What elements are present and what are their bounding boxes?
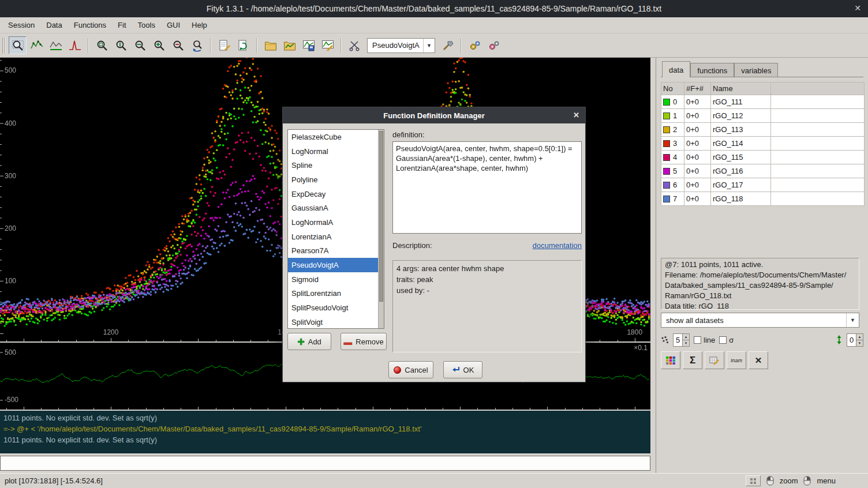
point-size-stepper[interactable]: 5 ▲▼ [673,333,690,347]
line-checkbox[interactable] [694,336,701,344]
dataset-color-swatch[interactable] [663,182,670,189]
zoom-mode-button[interactable] [9,36,27,54]
function-list-item[interactable]: SplitPseudoVoigt [288,301,378,315]
function-type-select[interactable]: PseudoVoigtA ▼ [367,38,435,53]
function-list-item[interactable]: LogNormalA [288,215,378,230]
rename-dataset-button[interactable]: Inam [727,351,746,369]
auto-add-button[interactable] [439,36,457,54]
data-range-mode-button[interactable] [28,36,46,54]
run-script-button[interactable] [466,36,484,54]
toolbar-grip[interactable] [2,37,5,54]
dataset-color-swatch[interactable] [663,168,670,175]
stepper-up-icon[interactable]: ▲ [683,334,689,340]
menu-session[interactable]: Session [2,18,40,32]
function-list-item[interactable]: Sigmoid [288,272,378,287]
function-list-item[interactable]: Spline [288,158,378,172]
col-header-name[interactable]: Name [711,82,771,95]
scrollbar-thumb[interactable] [379,131,383,302]
remove-button[interactable]: ▬ Remove [341,333,387,350]
shift-stepper[interactable]: 0 ▲▼ [847,333,863,347]
dataset-row[interactable]: 10+0rGO_112 [661,109,865,123]
dataset-color-swatch[interactable] [663,196,670,202]
function-list-scrollbar[interactable] [378,130,384,328]
function-list-item[interactable]: SplitLorentzian [288,287,378,301]
edit-data-button[interactable] [705,351,724,369]
dataset-row[interactable]: 60+0rGO_117 [661,178,865,192]
sigma-checkbox[interactable] [719,336,727,344]
dataset-color-swatch[interactable] [663,154,670,161]
dataset-row[interactable]: 40+0rGO_115 [661,151,865,164]
function-list-item[interactable]: SplitVoigt [288,315,378,329]
data-transform-button[interactable] [346,36,364,54]
function-list-item[interactable]: LorentzianA [288,230,378,244]
dataset-color-swatch[interactable] [663,112,670,119]
menu-tools[interactable]: Tools [132,18,161,32]
window-close-icon[interactable]: ✕ [854,3,861,13]
show-datasets-select[interactable]: show all datasets ▼ [661,313,859,328]
zoom-all-button[interactable] [93,36,111,54]
dataset-color-swatch[interactable] [663,99,670,106]
function-list-item[interactable]: LogNormal [288,144,378,159]
ok-button[interactable]: OK [443,361,482,378]
cancel-button[interactable]: Cancel [388,361,433,378]
menu-functions[interactable]: Functions [68,18,112,32]
delete-dataset-button[interactable]: ✕ [749,351,768,369]
statusbar: plot [1073:1818] [-15.4:524.6] zoom menu [0,473,868,488]
zoom-out-button[interactable] [169,36,187,54]
dataset-row[interactable]: 30+0rGO_114 [661,137,865,151]
function-list[interactable]: PielaszekCubeLogNormalSplinePolylineExpD… [287,129,384,329]
open-data-button[interactable] [261,36,279,54]
dataset-row[interactable]: 50+0rGO_116 [661,164,865,178]
documentation-link[interactable]: documentation [533,241,582,250]
col-header-no[interactable]: No [661,82,684,95]
stepper-down-icon[interactable]: ▼ [856,340,863,346]
dataset-row[interactable]: 70+0rGO_118 [661,192,865,206]
definition-field[interactable]: PseudoVoigtA(area, center, hwhm, shape=0… [392,141,582,234]
zoom-horizontal-icon [134,39,147,52]
dataset-colors-button[interactable] [661,351,680,369]
function-list-item[interactable]: PseudoVoigtA [288,258,378,272]
log-viewer-button[interactable] [215,36,233,54]
function-list-item[interactable]: Polyline [288,172,378,187]
tab-data[interactable]: data [662,61,690,77]
save-session-button[interactable] [300,36,317,54]
tab-functions[interactable]: functions [690,63,734,77]
zoom-in-button[interactable] [150,36,168,54]
definition-label: definition: [392,130,425,139]
function-definition-manager-dialog: Function Definition Manager ✕ PielaszekC… [282,107,586,382]
baseline-mode-button[interactable] [47,36,65,54]
dataset-color-swatch[interactable] [663,126,670,133]
dataset-color-swatch[interactable] [663,140,670,147]
statusbar-prefs-button[interactable] [746,475,761,486]
sum-button[interactable]: Σ [683,351,702,369]
function-list-item[interactable]: Pearson7A [288,244,378,258]
menu-data[interactable]: Data [40,18,68,32]
stepper-up-icon[interactable]: ▲ [856,334,863,340]
add-button[interactable]: ✚ Add [287,333,331,350]
function-list-item[interactable]: PielaszekCube [288,130,378,144]
zoom-horizontal-button[interactable] [131,36,149,54]
sigma-checkbox-label: σ [729,336,734,344]
dataset-row[interactable]: 20+0rGO_113 [661,123,865,137]
menu-fit[interactable]: Fit [112,18,132,32]
dialog-close-icon[interactable]: ✕ [573,111,579,119]
menu-help[interactable]: Help [186,18,213,32]
zoom-vertical-button[interactable] [112,36,130,54]
edit-script-button[interactable] [319,36,336,54]
function-list-item[interactable]: GaussianA [288,201,378,215]
stepper-arrows[interactable]: ▲▼ [682,334,689,346]
menu-gui[interactable]: GUI [161,18,186,32]
stepper-down-icon[interactable]: ▼ [683,340,689,346]
tab-variables[interactable]: variables [734,63,778,77]
zoom-previous-button[interactable] [188,36,206,54]
stepper-arrows[interactable]: ▲▼ [856,334,863,346]
output-console[interactable]: 1011 points. No explicit std. dev. Set a… [0,411,650,453]
function-list-item[interactable]: ExpDecay [288,187,378,201]
col-header-f[interactable]: #F+# [684,82,711,95]
command-input[interactable] [0,456,650,471]
settings-button[interactable] [485,36,503,54]
add-peak-mode-button[interactable] [66,36,84,54]
open-session-button[interactable] [280,36,298,54]
reload-data-button[interactable] [234,36,252,54]
dataset-row[interactable]: 00+0rGO_111 [661,95,865,109]
